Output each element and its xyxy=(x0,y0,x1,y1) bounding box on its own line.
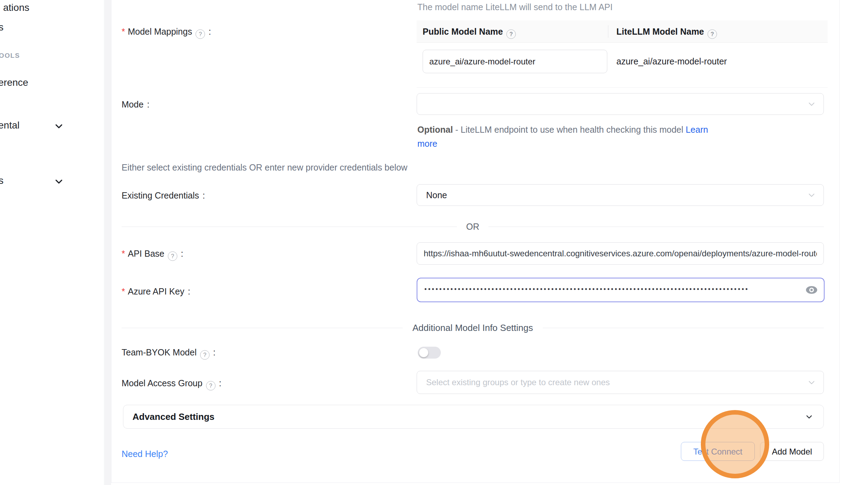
test-connect-button[interactable]: Test Connect xyxy=(681,442,755,461)
model-access-group-select[interactable]: Select existing groups or type to create… xyxy=(417,371,824,394)
existing-credentials-select[interactable]: None xyxy=(417,184,824,206)
chevron-down-icon[interactable] xyxy=(53,176,64,187)
team-byok-label: Team-BYOK Model?: xyxy=(122,347,216,360)
model-access-group-label: Model Access Group?: xyxy=(122,378,221,390)
eye-icon[interactable] xyxy=(805,285,818,295)
sidebar-item-s2[interactable]: s xyxy=(0,175,4,186)
add-model-button[interactable]: Add Model xyxy=(760,442,824,461)
model-mappings-table: Public Model Name? LiteLLM Model Name? a… xyxy=(417,20,828,88)
chevron-down-icon[interactable] xyxy=(53,120,64,132)
required-asterisk: * xyxy=(122,27,125,36)
model-mappings-label: *Model Mappings?: xyxy=(122,27,211,39)
api-base-label: *API Base?: xyxy=(122,249,183,261)
help-icon[interactable]: ? xyxy=(168,251,177,261)
public-model-name-input[interactable] xyxy=(423,50,607,73)
sidebar-item-erence[interactable]: erence xyxy=(0,77,28,88)
litellm-model-name-value: azure_ai/azure-model-router xyxy=(616,43,727,80)
litellm-model-name-help-text: The model name LiteLLM will send to the … xyxy=(417,2,613,12)
azure-api-key-input[interactable]: ••••••••••••••••••••••••••••••••••••••••… xyxy=(417,278,825,302)
api-base-input[interactable] xyxy=(417,242,824,265)
additional-info-divider: Additional Model Info Settings xyxy=(122,323,824,333)
mode-select[interactable] xyxy=(417,93,824,115)
chevron-down-icon xyxy=(807,191,816,199)
help-icon[interactable]: ? xyxy=(196,29,205,39)
add-model-page: ations s TOOLS erence ental s The model … xyxy=(0,0,868,485)
mode-label: Mode: xyxy=(122,99,150,110)
placeholder-text: Select existing groups or type to create… xyxy=(426,371,610,394)
sidebar-nav: ations s TOOLS erence ental s xyxy=(0,0,104,485)
add-model-form-card: The model name LiteLLM will send to the … xyxy=(111,0,840,483)
chevron-down-icon xyxy=(805,412,814,421)
masked-password-value: ••••••••••••••••••••••••••••••••••••••••… xyxy=(424,278,792,301)
sidebar-item-s[interactable]: s xyxy=(0,22,4,33)
table-header-row: Public Model Name? LiteLLM Model Name? xyxy=(417,20,828,43)
advanced-settings-title: Advanced Settings xyxy=(132,405,214,428)
required-asterisk: * xyxy=(122,249,125,258)
toggle-knob xyxy=(419,348,428,357)
sidebar-section-tools: TOOLS xyxy=(0,52,20,60)
sidebar-item-ental[interactable]: ental xyxy=(0,120,20,131)
azure-api-key-label: *Azure API Key: xyxy=(122,286,190,297)
required-asterisk: * xyxy=(122,286,125,296)
mode-help-text: Optional - LiteLLM endpoint to use when … xyxy=(417,123,708,151)
column-divider xyxy=(608,25,608,38)
column-header-litellm-model-name: LiteLLM Model Name? xyxy=(616,20,717,43)
column-header-public-model-name: Public Model Name? xyxy=(423,20,516,43)
help-icon[interactable]: ? xyxy=(206,381,216,390)
chevron-down-icon xyxy=(807,100,816,108)
sidebar-item-ations[interactable]: ations xyxy=(3,2,29,13)
credentials-note: Either select existing credentials OR en… xyxy=(122,162,408,173)
team-byok-toggle[interactable] xyxy=(418,347,441,359)
help-icon[interactable]: ? xyxy=(506,29,516,39)
or-divider: OR xyxy=(122,222,824,232)
advanced-settings-panel[interactable]: Advanced Settings xyxy=(123,405,824,429)
need-help-link[interactable]: Need Help? xyxy=(122,449,168,459)
table-row: azure_ai/azure-model-router xyxy=(417,43,828,88)
page-background-gap xyxy=(105,0,111,485)
help-icon[interactable]: ? xyxy=(708,29,717,39)
chevron-down-icon xyxy=(807,378,816,387)
help-icon[interactable]: ? xyxy=(200,350,210,360)
existing-credentials-label: Existing Credentials: xyxy=(122,190,205,201)
selected-value: None xyxy=(426,185,447,206)
